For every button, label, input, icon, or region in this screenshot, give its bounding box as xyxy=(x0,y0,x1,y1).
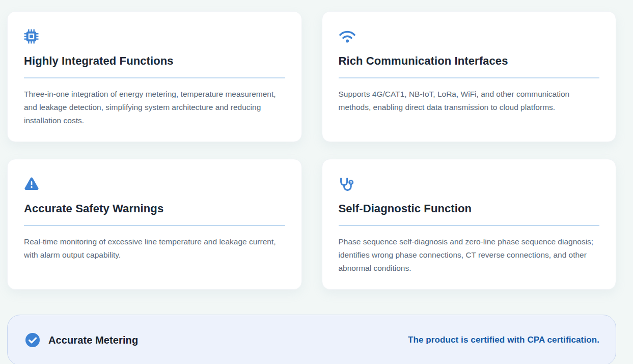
feature-card-description: Real-time monitoring of excessive line t… xyxy=(24,235,285,262)
microchip-icon xyxy=(24,29,39,44)
feature-card-title: Rich Communication Interfaces xyxy=(339,54,600,78)
feature-card-communication: Rich Communication Interfaces Supports 4… xyxy=(322,11,617,142)
banner-left-group: Accurate Metering xyxy=(25,332,138,348)
wifi-icon xyxy=(339,29,356,44)
feature-card-description: Supports 4G/CAT1, NB-IoT, LoRa, WiFi, an… xyxy=(339,88,600,114)
feature-card-self-diagnostic: Self-Diagnostic Function Phase sequence … xyxy=(322,159,617,290)
warning-triangle-icon xyxy=(24,177,39,192)
stethoscope-icon xyxy=(339,177,354,192)
banner-label: Accurate Metering xyxy=(48,334,138,346)
feature-card-description: Phase sequence self-diagnosis and zero-l… xyxy=(339,235,600,275)
feature-card-highly-integrated: Highly Integrated Functions Three-in-one… xyxy=(7,11,302,142)
feature-card-description: Three-in-one integration of energy meter… xyxy=(24,88,285,127)
feature-card-title: Highly Integrated Functions xyxy=(24,54,285,78)
accurate-metering-banner: Accurate Metering The product is certifi… xyxy=(7,315,616,364)
certification-note: The product is certified with CPA certif… xyxy=(408,335,599,345)
feature-cards-grid: Highly Integrated Functions Three-in-one… xyxy=(7,11,616,290)
product-features-section: Highly Integrated Functions Three-in-one… xyxy=(0,11,633,364)
feature-card-title: Accurate Safety Warnings xyxy=(24,202,285,226)
feature-card-title: Self-Diagnostic Function xyxy=(339,202,600,226)
check-circle-icon xyxy=(25,332,40,348)
feature-card-safety-warnings: Accurate Safety Warnings Real-time monit… xyxy=(7,159,302,290)
